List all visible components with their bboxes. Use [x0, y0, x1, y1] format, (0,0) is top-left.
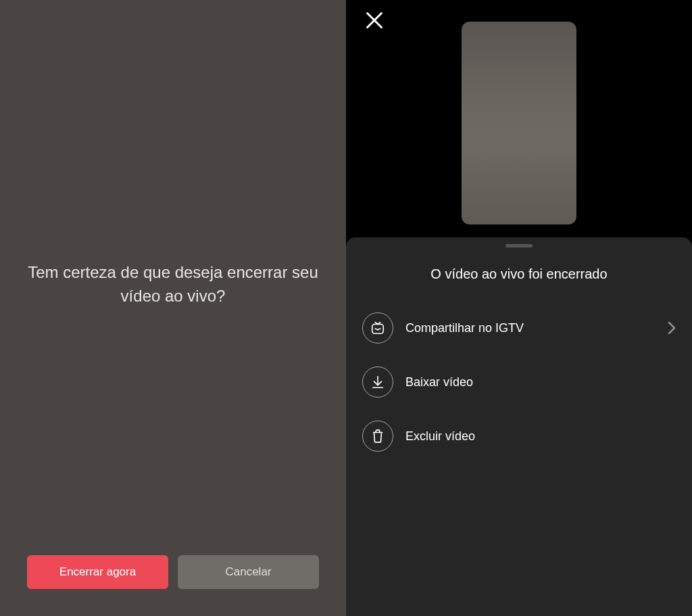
live-ended-panel: O vídeo ao vivo foi encerrado Compartilh…: [346, 0, 692, 616]
option-download-video-label: Baixar vídeo: [405, 375, 676, 389]
confirm-end-live-panel: Tem certeza de que deseja encerrar seu v…: [0, 0, 346, 616]
trash-icon-wrap: [362, 421, 393, 452]
sheet-options-list: Compartilhar no IGTV Baixar vídeo: [346, 301, 692, 463]
option-delete-video[interactable]: Excluir vídeo: [362, 409, 676, 463]
confirm-buttons-row: Encerrar agora Cancelar: [0, 555, 346, 589]
cancel-button[interactable]: Cancelar: [178, 555, 319, 589]
bottom-sheet: O vídeo ao vivo foi encerrado Compartilh…: [346, 237, 692, 616]
download-icon: [370, 375, 385, 389]
end-now-button-label: Encerrar agora: [59, 565, 136, 579]
igtv-icon: [370, 321, 385, 335]
chevron-right-icon: [668, 321, 676, 335]
drag-handle[interactable]: [505, 244, 533, 247]
sheet-title: O vídeo ao vivo foi encerrado: [346, 266, 692, 282]
close-icon: [365, 11, 384, 30]
option-share-igtv[interactable]: Compartilhar no IGTV: [362, 301, 676, 355]
trash-icon: [370, 429, 385, 444]
confirm-message-text: Tem certeza de que deseja encerrar seu v…: [27, 261, 319, 308]
svg-rect-2: [372, 325, 384, 334]
option-download-video[interactable]: Baixar vídeo: [362, 355, 676, 409]
video-thumbnail: [462, 22, 576, 224]
confirm-message-container: Tem certeza de que deseja encerrar seu v…: [0, 0, 346, 616]
option-share-igtv-label: Compartilhar no IGTV: [405, 321, 668, 335]
cancel-button-label: Cancelar: [225, 565, 271, 579]
igtv-icon-wrap: [362, 312, 393, 343]
end-now-button[interactable]: Encerrar agora: [27, 555, 168, 589]
download-icon-wrap: [362, 366, 393, 398]
option-delete-video-label: Excluir vídeo: [405, 429, 676, 444]
close-button[interactable]: [365, 11, 384, 30]
